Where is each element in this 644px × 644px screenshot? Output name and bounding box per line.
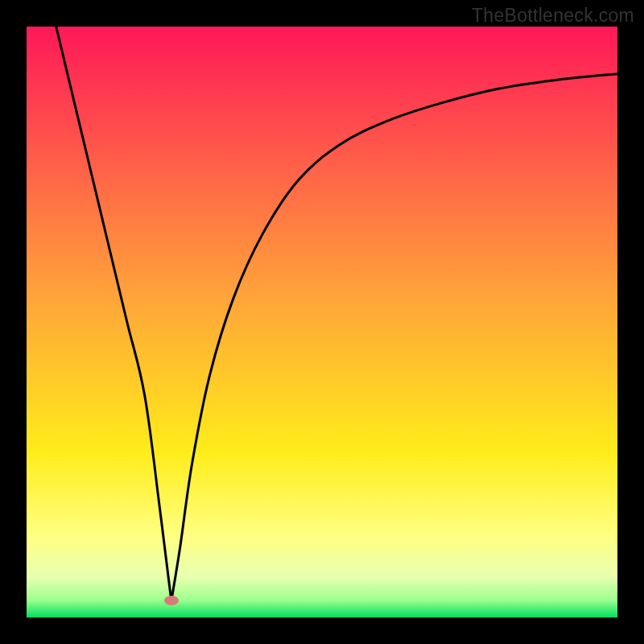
minimum-marker (164, 596, 179, 605)
bottleneck-curve (27, 27, 617, 617)
chart-container: TheBottleneck.com (0, 0, 644, 644)
watermark-text: TheBottleneck.com (472, 5, 634, 27)
plot-area (27, 27, 617, 617)
